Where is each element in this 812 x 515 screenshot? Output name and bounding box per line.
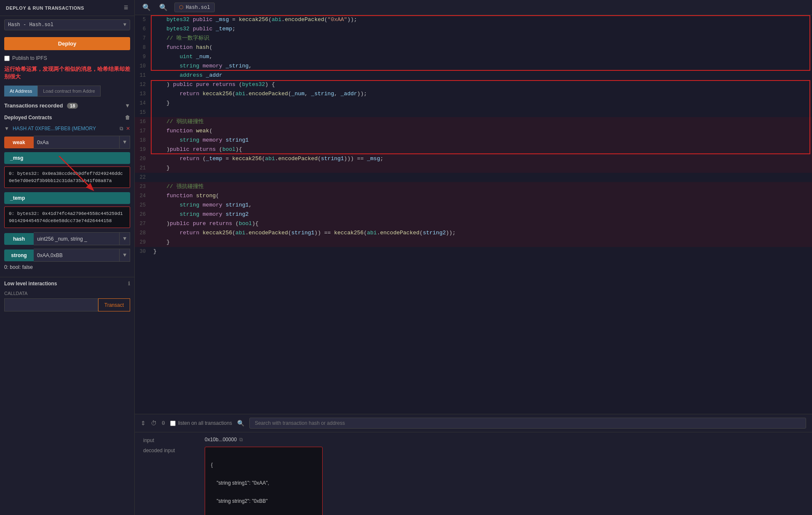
at-address-tab[interactable]: At Address <box>4 86 37 97</box>
load-contract-tab[interactable]: Load contract from Addre <box>37 86 101 97</box>
contract-icons: ⧉ ✕ <box>120 126 130 131</box>
panel-title: DEPLOY & RUN TRANSACTIONS <box>6 5 84 11</box>
zoom-out-button[interactable]: 🔍 <box>141 3 152 12</box>
publish-ipfs-row: Publish to IPFS <box>0 54 134 63</box>
code-line-30: 30 } <box>135 247 812 256</box>
msg-result: 0: bytes32: 0x0ea38ccdedb9dfef7d249246dd… <box>4 166 130 188</box>
transaction-count-badge: 18 <box>67 103 78 109</box>
address-tabs: At Address Load contract from Addre <box>4 86 130 97</box>
code-line-19: 19 )public returns (bool){ <box>135 145 812 154</box>
code-line-10: 10 string memory _string, <box>135 62 812 71</box>
code-line-28: 28 return keccak256(abi.encodePacked(str… <box>135 228 812 238</box>
temp-button[interactable]: _temp <box>4 192 130 204</box>
strong-chevron[interactable]: ▼ <box>120 249 130 262</box>
code-line-8: 8 function hash( <box>135 43 812 52</box>
file-tab[interactable]: ⬡ Hash.sol <box>174 3 215 12</box>
listen-checkbox-row: listen on all transactions <box>170 420 232 426</box>
transaction-details: input 0x10b...00000 ⧉ decoded input { "s… <box>135 432 812 515</box>
strong-input[interactable] <box>34 249 120 262</box>
decoded-input-value: { "string string1": "0xAA", "string stri… <box>205 447 804 515</box>
weak-chevron[interactable]: ▼ <box>120 136 130 149</box>
close-icon[interactable]: ✕ <box>126 126 130 131</box>
clock-icon[interactable]: ⏱ <box>151 420 157 426</box>
msg-button[interactable]: _msg <box>4 152 130 164</box>
strong-button[interactable]: strong <box>4 249 34 261</box>
code-line-5: 5 bytes32 public _msg = keccak256(abi.en… <box>135 15 812 24</box>
publish-ipfs-label: Publish to IPFS <box>12 55 47 61</box>
code-line-21: 21 } <box>135 164 812 173</box>
code-line-17: 17 function weak( <box>135 126 812 136</box>
code-line-18: 18 string memory string1 <box>135 136 812 145</box>
weak-button[interactable]: weak <box>4 137 34 148</box>
info-icon: ℹ <box>128 281 130 287</box>
contract-item[interactable]: ▼ HASH AT 0XF8E...9FBE8 (MEMORY ⧉ ✕ <box>0 123 134 134</box>
input-value: 0x10b...00000 <box>205 437 237 443</box>
strong-func-row: strong ▼ <box>4 249 130 262</box>
code-area[interactable]: 5 bytes32 public _msg = keccak256(abi.en… <box>135 15 812 414</box>
code-line-9: 9 uint _num, <box>135 52 812 62</box>
code-line-22: 22 <box>135 173 812 182</box>
weak-input[interactable] <box>34 136 120 149</box>
code-line-15: 15 <box>135 108 812 117</box>
weak-func-row: weak ▼ <box>4 136 130 149</box>
code-line-29: 29 } <box>135 238 812 247</box>
calldata-input-row: Transact <box>4 298 130 311</box>
hash-input[interactable] <box>34 232 120 245</box>
file-icon: ⬡ <box>179 4 183 11</box>
panel-header: DEPLOY & RUN TRANSACTIONS ☰ <box>0 0 134 16</box>
editor-header: 🔍 🔍 ⬡ Hash.sol <box>135 0 812 15</box>
code-line-23: 23 // 强抗碰撞性 <box>135 182 812 191</box>
code-line-27: 27 )public pure returns (bool){ <box>135 219 812 228</box>
bottom-toolbar: ⇕ ⏱ 0 listen on all transactions 🔍 <box>135 414 812 432</box>
search-input[interactable] <box>249 418 806 429</box>
transaction-counter: 0 <box>162 420 165 426</box>
transact-button[interactable]: Transact <box>98 298 130 311</box>
right-panel: 🔍 🔍 ⬡ Hash.sol 5 bytes32 public _msg = k… <box>135 0 812 515</box>
contract-name: HASH AT 0XF8E...9FBE8 (MEMORY <box>13 126 96 131</box>
annotation-text: 运行哈希运算，发现两个相似的消息，哈希结果却差别很大 <box>0 63 134 83</box>
code-line-7: 7 // 唯一数字标识 <box>135 34 812 43</box>
transactions-label: Transactions recorded 18 <box>4 102 78 109</box>
code-line-26: 26 string memory string2 <box>135 210 812 219</box>
low-level-section: Low level interactions ℹ CALLDATA Transa… <box>0 277 134 313</box>
code-line-11: 11 address _addr <box>135 71 812 80</box>
decoded-input-content: { "string string1": "0xAA", "string stri… <box>211 451 316 515</box>
code-line-12: 12 ) public pure returns (bytes32) { <box>135 80 812 89</box>
code-line-20: 20 return (_temp = keccak256(abi.encodeP… <box>135 154 812 164</box>
file-selector-text: Hash - Hash.sol <box>8 22 53 28</box>
copy-icon-input[interactable]: ⧉ <box>239 437 243 443</box>
hash-button[interactable]: hash <box>4 233 34 245</box>
publish-ipfs-checkbox[interactable] <box>4 56 10 61</box>
deploy-button[interactable]: Deploy <box>4 37 130 50</box>
listen-label: listen on all transactions <box>178 420 232 426</box>
calldata-input[interactable] <box>4 298 98 311</box>
input-label: input <box>143 437 198 443</box>
deployed-contracts-header: Deployed Contracts 🗑 <box>0 112 134 123</box>
panel-menu-icon[interactable]: ☰ <box>124 5 128 11</box>
code-line-14: 14 } <box>135 99 812 108</box>
code-line-16: 16 // 弱抗碰撞性 <box>135 117 812 126</box>
listen-checkbox[interactable] <box>170 421 176 426</box>
copy-icon[interactable]: ⧉ <box>120 126 123 131</box>
expand-button[interactable]: ⇕ <box>141 420 146 426</box>
decoded-input-box: { "string string1": "0xAA", "string stri… <box>205 447 323 515</box>
deployed-contracts-label: Deployed Contracts <box>4 115 52 121</box>
file-selector[interactable]: Hash - Hash.sol ▼ <box>4 19 130 30</box>
chevron-icon: ▼ <box>4 126 9 131</box>
temp-result: 0: bytes32: 0x41d74fc4a2796e4558c445259d… <box>4 207 130 228</box>
file-tab-name: Hash.sol <box>186 5 210 11</box>
bottom-panel: ⇕ ⏱ 0 listen on all transactions 🔍 input… <box>135 414 812 515</box>
code-line-24: 24 function strong( <box>135 191 812 201</box>
zoom-in-button[interactable]: 🔍 <box>158 3 169 12</box>
strong-result: 0: bool: false <box>4 264 130 270</box>
hash-chevron[interactable]: ▼ <box>120 232 130 245</box>
code-line-25: 25 string memory string1, <box>135 201 812 210</box>
search-icon[interactable]: 🔍 <box>237 420 244 426</box>
chevron-down-icon-tx[interactable]: ▼ <box>125 102 130 109</box>
code-line-13: 13 return keccak256(abi.encodePacked(_nu… <box>135 89 812 99</box>
low-level-label: Low level interactions <box>4 281 57 287</box>
trash-icon[interactable]: 🗑 <box>125 115 130 121</box>
hash-func-row: hash ▼ <box>4 232 130 245</box>
decoded-input-label: decoded input <box>143 447 198 515</box>
left-panel: DEPLOY & RUN TRANSACTIONS ☰ Hash - Hash.… <box>0 0 135 515</box>
